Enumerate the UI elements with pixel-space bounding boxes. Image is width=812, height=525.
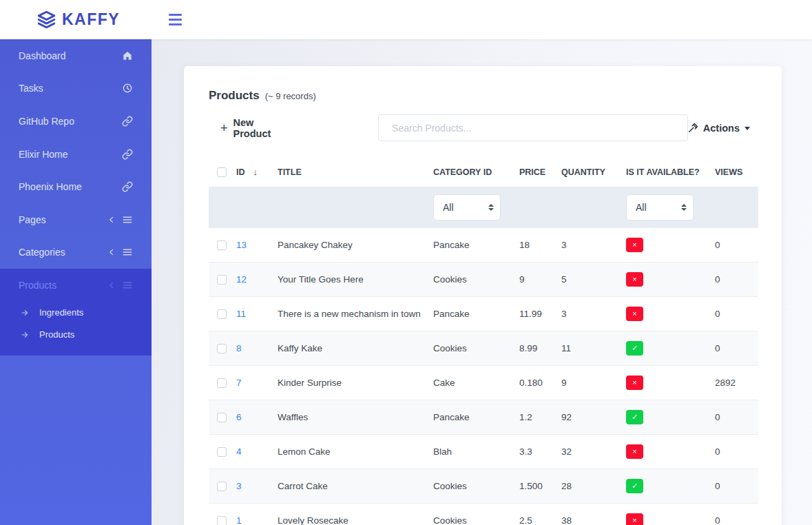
row-checkbox[interactable]	[217, 240, 227, 250]
row-id-link[interactable]: 1	[236, 515, 242, 525]
row-price: 3.3	[519, 435, 561, 469]
table-header: ID↓TITLECATEGORY IDPRICEQUANTITYIS IT AV…	[209, 158, 758, 187]
sidebar-item-tasks[interactable]: Tasks	[0, 72, 152, 105]
select-all-checkbox[interactable]	[217, 167, 227, 177]
row-id-link[interactable]: 12	[236, 274, 247, 285]
is-it-available-filter-select[interactable]: All	[626, 194, 694, 220]
sidebar-subitem-ingredients[interactable]: Ingredients	[0, 302, 152, 324]
sidebar-item-label: Products	[19, 280, 56, 291]
top-header: KAFFY	[0, 0, 812, 39]
main-content: Products (~ 9 records) + New Product Act…	[152, 39, 812, 525]
new-product-label: New Product	[233, 117, 295, 139]
availability-badge: ×	[626, 238, 643, 252]
row-title: There is a new mechanism in town	[278, 297, 433, 331]
sort-desc-icon[interactable]: ↓	[253, 167, 258, 177]
sidebar-item-label: Phoenix Home	[19, 181, 82, 192]
link-icon	[122, 181, 133, 192]
new-product-button[interactable]: + New Product	[220, 117, 294, 139]
row-id-link[interactable]: 11	[236, 309, 246, 319]
row-views: 0	[715, 469, 758, 504]
table-row: 6WafflesPancake1.292✓0	[209, 400, 758, 435]
row-quantity: 28	[561, 469, 626, 504]
menu-icon	[122, 214, 133, 225]
row-id-link[interactable]: 3	[236, 481, 242, 491]
row-category-id: Pancake	[433, 228, 519, 262]
row-price: 2.5	[519, 504, 561, 525]
actions-dropdown-button[interactable]: Actions	[688, 123, 750, 134]
row-checkbox[interactable]	[217, 344, 227, 353]
sidebar-subitem-label: Ingredients	[39, 307, 83, 318]
row-id-link[interactable]: 6	[236, 412, 242, 422]
column-header-views[interactable]: VIEWS	[715, 158, 758, 187]
search-input[interactable]	[378, 114, 688, 141]
row-quantity: 3	[561, 297, 626, 331]
row-id-link[interactable]: 13	[236, 240, 247, 250]
sidebar-item-label: Elixir Home	[19, 149, 68, 160]
table-row: 11There is a new mechanism in townPancak…	[209, 297, 758, 331]
column-header-id[interactable]: ID↓	[236, 158, 278, 187]
column-header-category-id[interactable]: CATEGORY ID	[433, 158, 519, 187]
brand-logo[interactable]: KAFFY	[37, 0, 120, 39]
category-id-filter-select[interactable]: All	[433, 194, 501, 220]
menu-toggle-icon[interactable]	[169, 13, 182, 26]
hammer-icon	[688, 123, 698, 133]
sidebar-item-github-repo[interactable]: GitHub Repo	[0, 105, 152, 138]
brand-name: KAFFY	[62, 10, 120, 29]
sidebar-item-phoenix-home[interactable]: Phoenix Home	[0, 170, 152, 203]
row-quantity: 5	[561, 262, 626, 297]
sidebar-group-products: ProductsIngredientsProducts	[0, 269, 152, 356]
row-price: 1.2	[519, 400, 561, 435]
column-header-quantity[interactable]: QUANTITY	[561, 158, 626, 187]
availability-badge: ×	[626, 375, 643, 390]
table-body: AllAll13Pancakey ChakeyPancake183×012You…	[209, 187, 758, 525]
chevron-left-icon	[107, 248, 116, 256]
row-checkbox[interactable]	[217, 482, 227, 491]
row-category-id: Cookies	[433, 469, 519, 504]
row-checkbox[interactable]	[217, 413, 227, 422]
row-views: 0	[715, 228, 758, 262]
row-category-id: Pancake	[433, 400, 519, 435]
sidebar-item-products[interactable]: Products	[0, 269, 152, 302]
row-category-id: Cookies	[433, 262, 519, 297]
sidebar-item-label: Pages	[19, 214, 46, 225]
sidebar-nav: DashboardTasksGitHub RepoElixir HomePhoe…	[0, 39, 152, 356]
sidebar-subitem-products[interactable]: Products	[0, 324, 152, 346]
availability-badge: ✓	[626, 341, 643, 356]
row-category-id: Cookies	[433, 331, 519, 366]
row-quantity: 38	[561, 504, 626, 525]
menu-icon	[122, 280, 133, 291]
column-header-is-it-available[interactable]: IS IT AVAILABLE?	[626, 158, 715, 187]
filter-row: AllAll	[209, 187, 758, 228]
availability-badge: ×	[626, 444, 643, 459]
sidebar: DashboardTasksGitHub RepoElixir HomePhoe…	[0, 39, 152, 525]
sidebar-item-categories[interactable]: Categories	[0, 236, 152, 269]
sidebar-item-elixir-home[interactable]: Elixir Home	[0, 138, 152, 171]
row-price: 0.180	[519, 366, 561, 400]
link-icon	[122, 149, 133, 160]
sidebar-item-label: Categories	[19, 247, 65, 258]
row-checkbox[interactable]	[217, 447, 227, 457]
row-checkbox[interactable]	[217, 516, 227, 525]
row-id-link[interactable]: 4	[236, 446, 242, 457]
column-header-title[interactable]: TITLE	[278, 158, 433, 187]
table-row: 1Lovely RosecakeCookies2.538×0	[209, 504, 758, 525]
row-id-link[interactable]: 7	[236, 378, 242, 388]
row-id-link[interactable]: 8	[236, 343, 242, 353]
sidebar-item-pages[interactable]: Pages	[0, 203, 152, 236]
sidebar-item-dashboard[interactable]: Dashboard	[0, 39, 152, 72]
row-checkbox[interactable]	[217, 275, 227, 285]
row-views: 0	[715, 297, 758, 331]
row-price: 8.99	[519, 331, 561, 366]
row-category-id: Cake	[433, 366, 519, 400]
row-checkbox[interactable]	[217, 378, 227, 388]
toolbar: + New Product Actions	[209, 114, 757, 141]
row-category-id: Pancake	[433, 297, 519, 331]
table-row: 8Kaffy KakeCookies8.9911✓0	[209, 331, 758, 366]
row-title: Lovely Rosecake	[278, 504, 433, 525]
select-all-cell	[209, 158, 236, 187]
layers-icon	[37, 10, 56, 29]
clock-icon	[122, 83, 133, 94]
column-header-price[interactable]: PRICE	[519, 158, 561, 187]
availability-badge: ×	[626, 307, 643, 321]
row-checkbox[interactable]	[217, 309, 227, 319]
